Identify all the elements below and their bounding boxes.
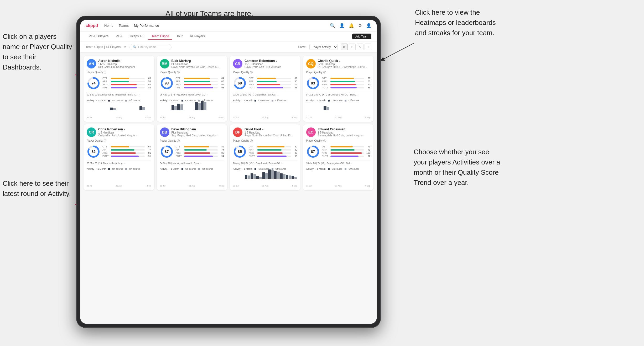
latest-round[interactable]: 05 Mar 23 | 19; Must make putting →: [87, 161, 151, 166]
activity-title: Activity: [306, 99, 314, 102]
player-club: Royal North Devon Golf Club, United Ki..…: [245, 134, 297, 137]
quality-section[interactable]: 82 OTT 60 APP 77 ARG: [87, 145, 151, 158]
player-name[interactable]: Edward Crossman: [318, 127, 371, 131]
tab-hcaps[interactable]: Hcaps 1-5: [127, 33, 147, 40]
stat-row: OTT 82: [176, 145, 224, 148]
show-select[interactable]: Player Activity: [309, 44, 338, 50]
latest-round[interactable]: 02 Sep 23 | Sunrise round to get back in…: [87, 92, 151, 97]
filter-input-container[interactable]: 🔍 Filter by name: [129, 44, 172, 50]
activity-chart: 31 Jul 21 Aug 4 Sep: [306, 171, 371, 187]
grid-view-3-button[interactable]: ⊟: [349, 44, 356, 50]
sort-button[interactable]: ↕: [365, 44, 371, 50]
activity-chart: 31 Jul 21 Aug 4 Sep: [87, 171, 151, 187]
stat-bar-fill: [111, 81, 129, 82]
player-card[interactable]: CR Chris Robertson ● 1-5 Handicap Craigm…: [84, 124, 154, 190]
stat-row: APP 79: [322, 148, 371, 151]
tab-pga[interactable]: PGA: [113, 33, 126, 40]
nav-my-performance[interactable]: My Performance: [134, 23, 159, 28]
stat-value: 84: [146, 83, 151, 86]
tab-pgat[interactable]: PGAT Players: [86, 33, 112, 40]
activity-section: Activity · 1 Month On course Off course: [306, 99, 371, 119]
player-name[interactable]: Charlie Quick ●: [318, 59, 371, 63]
stat-bar-bg: [257, 149, 291, 151]
off-course-bar: [204, 102, 206, 110]
player-header: DB Dave Billingham Plus Handicap Sag Mag…: [160, 127, 224, 137]
player-name[interactable]: David Ford ●: [245, 127, 297, 131]
player-card[interactable]: CR Cameron Robertson ● 11-15 Handicap Ro…: [230, 56, 300, 122]
grid-view-2-button[interactable]: ⊞: [341, 44, 348, 50]
latest-round[interactable]: 07 Aug 23 | 77 (+7), St George's Hill GC…: [306, 92, 371, 97]
nav-teams[interactable]: Teams: [119, 23, 129, 28]
quality-section[interactable]: 93 OTT 84 APP 85 ARG: [160, 76, 224, 90]
settings-icon[interactable]: ⚙: [358, 23, 362, 28]
player-info: Aaron Nicholls 11-15 Handicap Drift Golf…: [98, 59, 151, 68]
donut-chart[interactable]: 85: [233, 145, 247, 158]
quality-section[interactable]: 87 OTT 82 APP 74 ARG: [160, 145, 224, 158]
stat-row: ARG 85: [176, 152, 224, 154]
donut-chart[interactable]: 68: [233, 76, 247, 90]
latest-round-text: 04 Sep 23 | Mobility with coach, Gym →: [160, 162, 202, 164]
tab-team-clippd[interactable]: Team Clippd: [148, 33, 172, 40]
quality-value: 93: [165, 81, 169, 85]
add-team-button[interactable]: Add Team: [352, 34, 371, 39]
player-avatar: BM: [160, 59, 169, 68]
chart-label-end: 4 Sep: [146, 116, 151, 119]
filter-button[interactable]: ▽: [357, 44, 363, 50]
stat-bar-bg: [330, 87, 364, 88]
player-name[interactable]: Dave Billingham: [172, 127, 224, 131]
latest-round[interactable]: 18 Jul 23 | 74 (+3), Sunningdale GC - Ol…: [306, 161, 371, 166]
bar-group: [177, 104, 183, 110]
latest-round[interactable]: 02 Jul 23 | 59 (+17), Craigmillar Park G…: [233, 92, 297, 97]
stat-label: OTT: [322, 77, 329, 79]
stat-bar-fill: [257, 87, 283, 88]
donut-chart[interactable]: 74: [87, 76, 100, 90]
player-card[interactable]: BM Blair McHarg Plus Handicap Royal Nort…: [157, 56, 227, 122]
on-course-bar: [262, 172, 265, 179]
player-card[interactable]: DF David Ford ● 1-5 Handicap Royal North…: [230, 124, 300, 190]
tab-tour[interactable]: Tour: [173, 33, 186, 40]
player-name[interactable]: Cameron Robertson ●: [245, 59, 297, 63]
player-name[interactable]: Blair McHarg: [172, 59, 224, 63]
stat-bar-bg: [330, 146, 364, 147]
off-course-legend-dot: [345, 100, 346, 102]
latest-round[interactable]: 04 Sep 23 | Mobility with coach, Gym →: [160, 161, 224, 166]
player-name[interactable]: Aaron Nicholls: [98, 59, 151, 63]
player-name[interactable]: Chris Robertson ●: [98, 127, 151, 131]
quality-section[interactable]: 83 OTT 77 APP 80 ARG: [306, 76, 371, 90]
tab-all-players[interactable]: All Players: [187, 33, 208, 40]
edit-team-icon[interactable]: ✏: [124, 45, 126, 49]
quality-section[interactable]: 85 OTT 89 APP 80 ARG: [233, 145, 297, 158]
nav-home[interactable]: Home: [104, 23, 113, 28]
stat-value: 73: [365, 145, 370, 148]
player-club: Sag Maging Golf Club, United Kingdom: [172, 134, 224, 137]
latest-round-text: 18 Jul 23 | 74 (+3), Sunningdale GC - Ol…: [306, 162, 353, 164]
quality-section[interactable]: 87 OTT 73 APP 79 ARG: [306, 145, 371, 158]
latest-round[interactable]: 26 Aug 23 | 84 (+12), Royal North Devon …: [233, 161, 297, 166]
off-course-legend-dot: [125, 100, 127, 102]
donut-chart[interactable]: 82: [87, 145, 100, 158]
chart-labels: 31 Jul 21 Aug 4 Sep: [233, 185, 297, 187]
stat-label: PUTT: [322, 155, 329, 157]
stat-bar-fill: [257, 81, 277, 82]
stat-row: ARG 88: [176, 83, 224, 86]
donut-chart[interactable]: 83: [306, 76, 320, 90]
player-card[interactable]: CQ Charlie Quick ● 6-10 Handicap St. Geo…: [303, 56, 374, 122]
quality-section[interactable]: 68 OTT 61 APP 63 ARG: [233, 76, 297, 90]
nav-bar: clippd Home Teams My Performance 🔍 👤 🔔 ⚙…: [80, 20, 377, 31]
player-card[interactable]: AN Aaron Nicholls 11-15 Handicap Drift G…: [84, 56, 154, 122]
activity-period: · 1 Month: [316, 168, 326, 170]
donut-chart[interactable]: 93: [160, 76, 174, 90]
quality-section[interactable]: 74 OTT 60 APP 58 ARG: [87, 76, 151, 90]
player-card[interactable]: EC Edward Crossman 1-5 Handicap Sunningd…: [303, 124, 374, 190]
player-card[interactable]: DB Dave Billingham Plus Handicap Sag Mag…: [157, 124, 227, 190]
donut-chart[interactable]: 87: [306, 145, 320, 158]
donut-chart[interactable]: 87: [160, 145, 174, 158]
quality-value: 68: [238, 81, 242, 85]
avatar-icon[interactable]: 👤: [366, 23, 371, 28]
latest-round[interactable]: 26 Aug 23 | 73 (+1), Royal North Devon G…: [160, 92, 224, 97]
bell-icon[interactable]: 🔔: [349, 23, 354, 28]
user-icon[interactable]: 👤: [339, 23, 345, 28]
chart-labels: 31 Jul 21 Aug 4 Sep: [233, 116, 297, 119]
off-course-bar: [283, 174, 285, 179]
search-icon[interactable]: 🔍: [330, 23, 335, 28]
